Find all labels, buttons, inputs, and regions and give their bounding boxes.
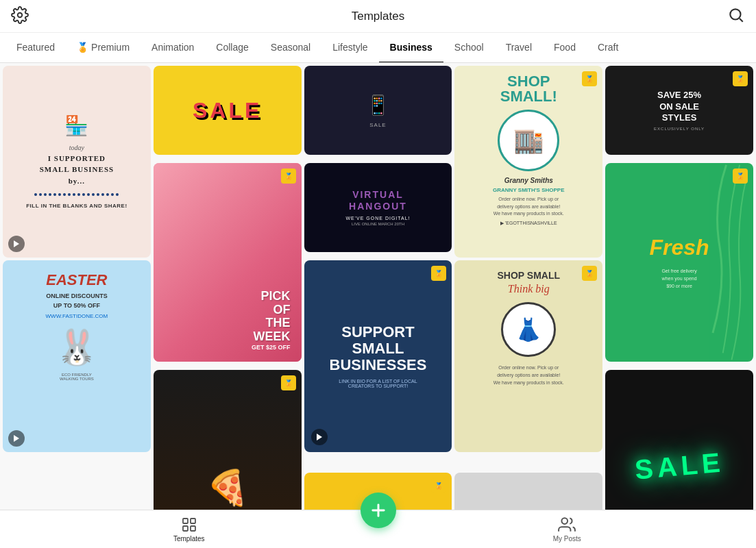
- premium-badge: 🏅: [431, 266, 446, 281]
- bottom-navigation: Templates My Posts: [0, 510, 756, 548]
- template-card[interactable]: SHOPSMALL! 🏬 Granny Smiths GRANNY SMITH'…: [454, 66, 602, 258]
- play-button[interactable]: [311, 429, 328, 445]
- my-posts-icon: [558, 516, 576, 534]
- header: Templates: [0, 0, 756, 33]
- svg-marker-3: [14, 240, 19, 247]
- svg-point-1: [730, 9, 740, 19]
- nav-templates[interactable]: Templates: [0, 516, 378, 543]
- svg-marker-5: [14, 435, 19, 442]
- svg-line-2: [740, 18, 743, 22]
- tab-food[interactable]: Food: [543, 33, 587, 63]
- tab-animation[interactable]: Animation: [141, 33, 205, 63]
- template-card[interactable]: SHOP SMALLThink big: [454, 473, 602, 510]
- search-icon[interactable]: [727, 6, 745, 27]
- premium-badge: 🏅: [582, 266, 597, 281]
- tab-business[interactable]: Business: [379, 33, 443, 63]
- templates-icon: [180, 516, 198, 534]
- svg-rect-8: [183, 526, 188, 531]
- template-card[interactable]: EASTER ONLINE DISCOUNTSUP TO 50% OFF WWW…: [3, 260, 151, 452]
- category-tabs: Featured 🏅 Premium Animation Collage Sea…: [0, 33, 756, 63]
- svg-rect-6: [183, 519, 188, 523]
- template-card[interactable]: SALE: [154, 66, 302, 155]
- templates-grid: 🏪 todayI SUPPORTEDSMALL BUSINESSby... FI…: [0, 63, 756, 510]
- svg-point-12: [562, 518, 568, 524]
- premium-badge: 🏅: [733, 71, 748, 86]
- tab-school[interactable]: School: [443, 33, 495, 63]
- premium-badge: 🏅: [582, 71, 597, 86]
- template-card[interactable]: SAVE 25%ON SALESTYLES EXCLUSIVELY ONLY 🏅: [605, 66, 753, 155]
- template-card[interactable]: Fresh Get free deliverywhen you spend$90…: [605, 163, 753, 362]
- template-card[interactable]: 🏪 todayI SUPPORTEDSMALL BUSINESSby... FI…: [3, 66, 151, 258]
- tab-collage[interactable]: Collage: [205, 33, 259, 63]
- premium-badge: 🏅: [733, 169, 748, 184]
- premium-badge: 🏅: [281, 169, 296, 184]
- template-card[interactable]: PICKOFTHEWEEK GET $25 OFF 🏅: [154, 163, 302, 362]
- tab-premium[interactable]: 🏅 Premium: [66, 33, 141, 63]
- svg-point-0: [18, 12, 23, 17]
- tab-lifestyle[interactable]: Lifestyle: [321, 33, 378, 63]
- svg-rect-9: [191, 526, 195, 531]
- premium-badge: 🏅: [281, 375, 296, 390]
- template-card[interactable]: SHOP SMALL Think big 👗 Order online now.…: [454, 260, 602, 452]
- play-button[interactable]: [8, 430, 25, 447]
- template-card[interactable]: 📱 SALE: [304, 66, 452, 155]
- play-button[interactable]: [8, 236, 25, 252]
- template-card[interactable]: 🍕 BEPINO LOCAL PIZZACLOSE TO YOURHEART 🏅: [154, 370, 302, 510]
- template-card[interactable]: SALE: [605, 370, 753, 510]
- premium-badge: 🏅: [431, 478, 446, 493]
- template-card[interactable]: VIRTUALHANGOUT WE'VE GONE DIGITAL! LIVE …: [304, 163, 452, 252]
- tab-seasonal[interactable]: Seasonal: [260, 33, 321, 63]
- nav-my-posts[interactable]: My Posts: [378, 516, 757, 543]
- svg-marker-4: [317, 434, 322, 440]
- template-card[interactable]: SUPPORTSMALLBUSINESSES LINK IN BIO FOR A…: [304, 260, 452, 452]
- tab-craft[interactable]: Craft: [587, 33, 629, 63]
- tab-travel[interactable]: Travel: [495, 33, 543, 63]
- create-fab-button[interactable]: [361, 493, 396, 528]
- header-right: [727, 6, 745, 27]
- svg-rect-7: [191, 519, 195, 523]
- tab-featured[interactable]: Featured: [5, 33, 66, 63]
- page-title: Templates: [352, 10, 404, 23]
- settings-icon[interactable]: [11, 6, 29, 27]
- header-left: [11, 6, 29, 27]
